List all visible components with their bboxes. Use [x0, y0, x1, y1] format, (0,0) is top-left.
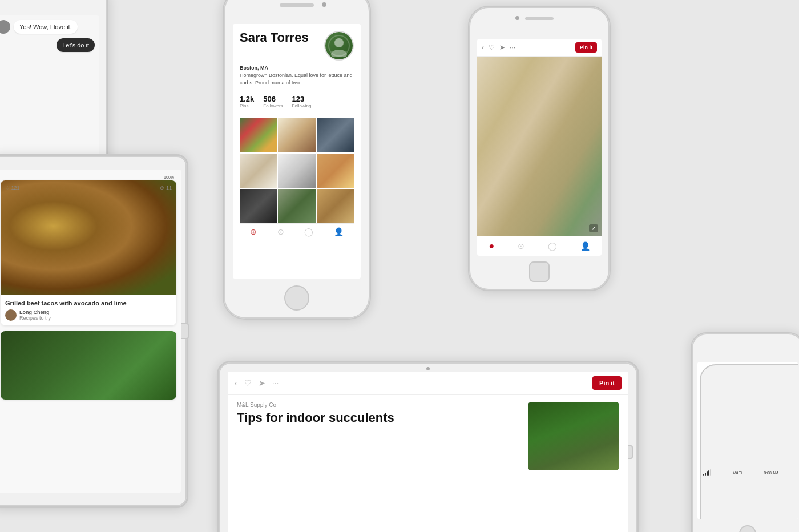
nav-chat-icon[interactable]: ◯: [548, 241, 557, 251]
user-name: Long Cheng: [19, 309, 51, 315]
heart-icon[interactable]: ♡: [489, 43, 495, 51]
followers-count: 506: [263, 95, 283, 103]
profile-content: Sara Torres Boston, MA Homegrown Bostoni…: [233, 24, 361, 279]
pin-detail-content: ‹ ♡ ➤ ··· Pin it ⤢ ● ⊙ ◯ 👤: [477, 39, 602, 256]
pin-title: Grilled beef tacos with avocado and lime: [5, 299, 172, 307]
received-message: Yes! Wow, I love it.: [0, 20, 95, 34]
grid-cell-stripes[interactable]: [278, 154, 315, 188]
profile-name: Sara Torres: [240, 31, 309, 45]
nav-pinterest-icon[interactable]: ●: [489, 241, 494, 251]
boards-image: ⤢: [477, 57, 602, 236]
article-toolbar: ‹ ♡ ➤ ··· Pin it: [228, 372, 628, 395]
home-button[interactable]: [739, 525, 756, 532]
bottom-nav: ⊕ ⊙ ◯ 👤: [240, 223, 354, 240]
pin-meta: Grilled beef tacos with avocado and lime…: [1, 295, 176, 325]
pin-screen: ‹ ♡ ➤ ··· Pin it ⤢ ● ⊙ ◯ 👤: [477, 39, 602, 256]
signal-bars: [703, 469, 711, 476]
pin-user: Long Cheng Recipes to try: [5, 309, 172, 321]
signal-bar-5: [710, 469, 711, 476]
article-source: M&L Supply Co: [237, 402, 519, 408]
nav-search-icon[interactable]: ⊙: [518, 241, 524, 251]
followers-stat: 506 Followers: [263, 95, 283, 108]
more-icon[interactable]: ···: [272, 378, 279, 388]
share-icon[interactable]: ➤: [499, 43, 505, 51]
sender-avatar: [0, 20, 10, 34]
phone-search-device: WiFi 8:08 AM 100% ‹ roasted ✕ vegetable …: [691, 332, 799, 532]
signal-bar-2: [705, 473, 706, 476]
grid-cell-person[interactable]: [278, 189, 315, 223]
wifi-icon: WiFi: [733, 470, 742, 475]
feed-screen: 100% ♡ 121 ⊕ 11 Grilled beef tacos with …: [0, 170, 181, 493]
back-icon[interactable]: ‹: [482, 43, 484, 51]
following-count: 123: [292, 95, 312, 103]
tablet-left-device: 100% ♡ 121 ⊕ 11 Grilled beef tacos with …: [0, 154, 188, 508]
camera: [426, 367, 430, 370]
pin-toolbar: ‹ ♡ ➤ ··· Pin it: [477, 39, 602, 57]
camera: [322, 2, 326, 7]
likes-count: ♡ 121: [5, 185, 20, 191]
grid-cell-hair[interactable]: [278, 118, 315, 152]
time-display: 8:08 AM: [764, 471, 778, 475]
home-button[interactable]: [284, 285, 309, 311]
signal-bar-4: [708, 470, 709, 476]
speaker: [525, 17, 554, 20]
back-icon[interactable]: ‹: [235, 378, 237, 388]
toolbar-icons: ‹ ♡ ➤ ···: [235, 378, 279, 388]
more-icon[interactable]: ···: [510, 43, 515, 51]
profile-location: Boston, MA: [240, 65, 354, 71]
sent-message: Let's do it: [0, 38, 95, 52]
article-image: [528, 402, 619, 470]
saves-count: ⊕ 11: [160, 185, 172, 191]
feed-content: 100% ♡ 121 ⊕ 11 Grilled beef tacos with …: [0, 170, 181, 493]
nav-profile-icon[interactable]: 👤: [580, 241, 590, 251]
article-title: Tips for indoor succulents: [237, 410, 519, 425]
feed-pin-card-person[interactable]: [1, 331, 176, 400]
phone-profile-device: Sara Torres Boston, MA Homegrown Bostoni…: [223, 0, 371, 320]
profile-name-block: Sara Torres: [240, 31, 309, 45]
article-body: M&L Supply Co Tips for indoor succulents: [228, 395, 628, 532]
camera: [515, 16, 519, 20]
nav-chat-icon[interactable]: ◯: [304, 227, 313, 236]
search-content: WiFi 8:08 AM 100% ‹ roasted ✕ vegetable …: [697, 362, 798, 519]
nav-search-icon[interactable]: ⊙: [277, 227, 284, 236]
nav-profile-icon[interactable]: 👤: [334, 227, 344, 236]
following-stat: 123 Following: [292, 95, 312, 108]
svg-point-1: [0, 29, 7, 33]
pin-it-button[interactable]: Pin it: [592, 376, 622, 390]
sent-bubble: Let's do it: [57, 38, 95, 52]
grid-cell-shelf[interactable]: [240, 154, 277, 188]
status-bar: WiFi 8:08 AM 100%: [700, 364, 798, 519]
avatar-image: [325, 32, 353, 59]
signal-bar-3: [707, 471, 708, 476]
grid-cell-salad[interactable]: [240, 118, 277, 152]
grid-cell-pancakes[interactable]: [317, 154, 354, 188]
nav-home-icon[interactable]: ⊕: [250, 227, 257, 236]
person-image: [1, 331, 176, 400]
profile-avatar: [324, 31, 354, 61]
signal-bar-1: [703, 474, 704, 476]
following-label: Following: [292, 103, 312, 108]
share-icon[interactable]: ➤: [259, 378, 265, 388]
user-board: Recipes to try: [19, 315, 51, 321]
feed-pin-card-tacos[interactable]: ♡ 121 ⊕ 11 Grilled beef tacos with avoca…: [1, 180, 176, 325]
article-text: M&L Supply Co Tips for indoor succulents: [237, 402, 519, 526]
pins-label: Pins: [240, 103, 254, 108]
profile-screen: Sara Torres Boston, MA Homegrown Bostoni…: [233, 24, 361, 279]
search-screen: WiFi 8:08 AM 100% ‹ roasted ✕ vegetable …: [697, 362, 798, 519]
article-content: ‹ ♡ ➤ ··· Pin it M&L Supply Co Tips for …: [228, 372, 628, 532]
grid-cell-boy[interactable]: [317, 118, 354, 152]
pin-bottom-nav: ● ⊙ ◯ 👤: [477, 236, 602, 256]
followers-label: Followers: [263, 103, 283, 108]
grid-cell-tv[interactable]: [240, 189, 277, 223]
tacos-image: ♡ 121 ⊕ 11: [1, 180, 176, 295]
svg-point-0: [2, 24, 6, 28]
grid-cell-boards[interactable]: [317, 189, 354, 223]
zoom-icon[interactable]: ⤢: [589, 224, 598, 232]
pin-image: ⤢: [477, 57, 602, 236]
article-screen: ‹ ♡ ➤ ··· Pin it M&L Supply Co Tips for …: [228, 372, 628, 532]
speaker: [280, 3, 314, 7]
svg-point-2: [334, 38, 344, 47]
pin-it-button[interactable]: Pin it: [575, 42, 597, 53]
heart-icon[interactable]: ♡: [244, 378, 252, 388]
home-button[interactable]: [529, 261, 550, 282]
